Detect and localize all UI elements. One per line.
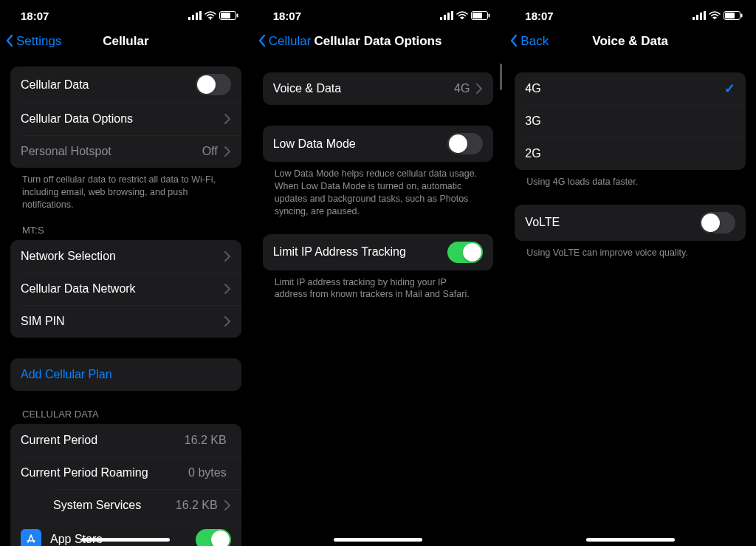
svg-rect-2 [196, 13, 198, 20]
row-system-services[interactable]: System Services 16.2 KB [10, 489, 241, 522]
status-bar: 18:07 [252, 0, 504, 25]
wifi-icon [205, 11, 216, 20]
chevron-right-icon [224, 500, 231, 511]
screen-cellular-data-options: 18:07 Cellular Cellular Data Options Voi… [252, 0, 504, 546]
signal-icon [440, 11, 453, 20]
status-icons [188, 11, 238, 20]
svg-rect-29 [741, 14, 743, 18]
svg-rect-1 [192, 15, 194, 20]
svg-rect-16 [447, 13, 450, 20]
wifi-icon [456, 11, 468, 20]
row-cellular-data[interactable]: Cellular Data [10, 66, 241, 103]
row-add-cellular-plan[interactable]: Add Cellular Plan [10, 358, 241, 391]
battery-icon [471, 11, 490, 20]
option-4g[interactable]: 4G ✓ [515, 72, 746, 105]
chevron-right-icon [475, 83, 483, 94]
option-3g[interactable]: 3G [515, 105, 746, 137]
checkmark-icon: ✓ [724, 81, 735, 97]
svg-rect-22 [693, 17, 695, 20]
svg-point-4 [210, 18, 211, 19]
status-bar: 18:07 [0, 0, 252, 25]
nav-bar: Settings Cellular [0, 25, 252, 58]
svg-rect-17 [451, 11, 453, 20]
status-bar: 18:07 [504, 0, 756, 25]
svg-rect-15 [444, 15, 446, 20]
carrier-header: MT:S [10, 211, 241, 240]
back-button[interactable]: Settings [6, 34, 61, 49]
row-low-data-mode[interactable]: Low Data Mode [263, 126, 494, 162]
toggle-app-store[interactable] [196, 529, 231, 546]
signal-icon [188, 11, 202, 20]
svg-rect-20 [472, 13, 482, 18]
screen-voice-and-data: 18:07 Back Voice & Data 4G ✓ 3G 2G Using [504, 0, 756, 546]
status-icons [440, 11, 490, 20]
row-network-selection[interactable]: Network Selection [10, 240, 241, 273]
nav-bar: Cellular Cellular Data Options [252, 25, 504, 58]
toggle-volte[interactable] [700, 212, 735, 233]
chevron-left-icon [258, 35, 267, 48]
svg-point-18 [461, 18, 463, 19]
row-personal-hotspot[interactable]: Personal Hotspot Off [10, 135, 241, 168]
toggle-limit-ip-tracking[interactable] [447, 242, 483, 263]
svg-rect-14 [440, 17, 442, 20]
back-button[interactable]: Back [510, 34, 549, 49]
chevron-right-icon [224, 316, 231, 327]
svg-rect-6 [221, 13, 230, 18]
toggle-cellular-data[interactable] [196, 74, 231, 95]
row-voice-and-data[interactable]: Voice & Data 4G [263, 72, 494, 105]
status-time: 18:07 [273, 10, 301, 22]
svg-point-26 [714, 18, 715, 19]
status-time: 18:07 [525, 10, 553, 22]
row-volte[interactable]: VoLTE [515, 205, 746, 241]
svg-rect-24 [700, 13, 702, 20]
screen-cellular: 18:07 Settings Cellular Cellular Data Ce… [0, 0, 252, 546]
row-current-period-roaming: Current Period Roaming 0 bytes [10, 457, 241, 489]
footer-low-data-mode: Low Data Mode helps reduce cellular data… [263, 162, 494, 218]
wifi-icon [709, 11, 721, 20]
option-2g[interactable]: 2G [515, 137, 746, 170]
row-cellular-data-options[interactable]: Cellular Data Options [10, 103, 241, 135]
status-time: 18:07 [21, 10, 49, 22]
footer-speed-note: Using 4G loads data faster. [515, 170, 746, 188]
battery-icon [219, 11, 238, 20]
footer-volte-note: Using VoLTE can improve voice quality. [515, 241, 746, 259]
svg-rect-21 [489, 14, 490, 18]
chevron-right-icon [224, 146, 231, 157]
chevron-left-icon [510, 35, 519, 48]
footer-limit-ip-tracking: Limit IP address tracking by hiding your… [263, 270, 494, 301]
scroll-indicator[interactable] [500, 64, 502, 90]
svg-rect-23 [696, 15, 698, 20]
section-cellular-data-header: CELLULAR DATA [10, 391, 241, 424]
home-indicator[interactable] [334, 538, 422, 542]
row-app-store[interactable]: App Store [10, 522, 241, 546]
toggle-low-data-mode[interactable] [447, 133, 483, 154]
row-limit-ip-tracking[interactable]: Limit IP Address Tracking [263, 234, 494, 270]
back-button[interactable]: Cellular [258, 34, 312, 49]
chevron-right-icon [224, 114, 231, 124]
chevron-right-icon [224, 284, 231, 294]
app-store-icon [21, 529, 41, 546]
row-cellular-data-network[interactable]: Cellular Data Network [10, 273, 241, 305]
svg-rect-28 [725, 13, 735, 18]
footer-cellular-data: Turn off cellular data to restrict all d… [10, 168, 241, 211]
home-indicator[interactable] [81, 538, 170, 542]
nav-bar: Back Voice & Data [504, 25, 756, 58]
chevron-left-icon [6, 35, 15, 48]
battery-icon [724, 11, 743, 20]
chevron-right-icon [224, 251, 231, 262]
row-current-period: Current Period 16.2 KB [10, 424, 241, 457]
signal-icon [693, 11, 706, 20]
status-icons [693, 11, 743, 20]
home-indicator[interactable] [586, 538, 675, 542]
svg-rect-3 [199, 11, 202, 20]
svg-rect-0 [188, 17, 190, 20]
svg-rect-7 [236, 14, 238, 18]
row-sim-pin[interactable]: SIM PIN [10, 305, 241, 338]
svg-rect-25 [704, 11, 706, 20]
